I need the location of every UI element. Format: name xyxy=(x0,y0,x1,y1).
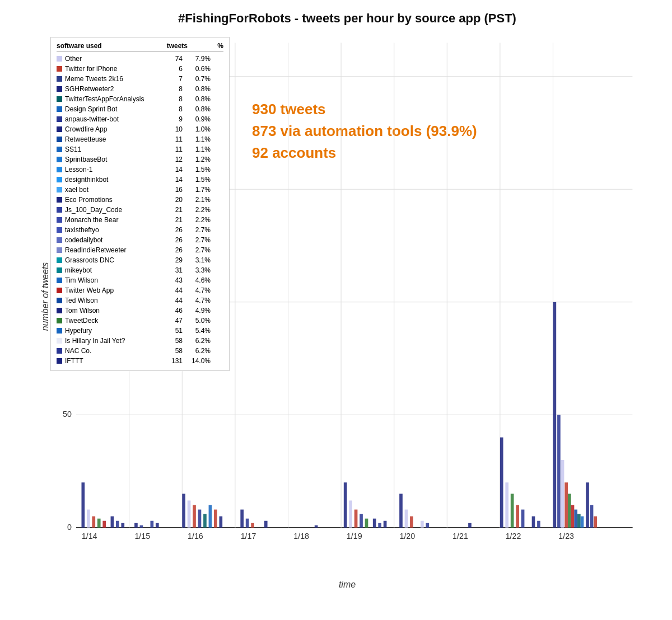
svg-rect-32 xyxy=(92,516,95,528)
svg-rect-34 xyxy=(102,521,106,528)
legend-item-pct: 2.1% xyxy=(183,195,211,205)
legend-item-name: Twitter for iPhone xyxy=(65,64,155,74)
legend-item-tweets: 8 xyxy=(155,94,183,104)
svg-rect-45 xyxy=(214,510,217,528)
svg-rect-42 xyxy=(198,510,202,528)
svg-rect-73 xyxy=(577,514,581,528)
svg-rect-63 xyxy=(511,494,514,527)
legend-col-tweets-header: tweets xyxy=(160,42,188,50)
legend-item: Ted Wilson 44 4.7% xyxy=(57,295,223,306)
legend-swatch xyxy=(57,338,62,344)
legend-item-name: Ted Wilson xyxy=(65,295,155,306)
legend-item: ReadIndieRetweeter 26 2.7% xyxy=(57,245,223,255)
svg-rect-66 xyxy=(553,302,557,528)
legend-item-tweets: 46 xyxy=(155,306,183,316)
legend-item-pct: 1.1% xyxy=(183,134,211,144)
legend-swatch xyxy=(57,298,62,303)
legend-item-tweets: 8 xyxy=(155,84,183,94)
legend-item-tweets: 7 xyxy=(155,74,183,84)
legend-item: Eco Promotions 20 2.1% xyxy=(57,195,223,205)
legend-item-name: Retweetteuse xyxy=(65,134,155,144)
legend-item-pct: 2.2% xyxy=(183,215,211,225)
legend-item-pct: 7.9% xyxy=(183,54,211,64)
legend-item-pct: 4.9% xyxy=(183,306,211,316)
legend-header: software used tweets % xyxy=(57,42,223,51)
legend-swatch xyxy=(57,197,62,203)
legend-swatch xyxy=(57,328,62,334)
svg-rect-70 xyxy=(568,494,571,527)
svg-rect-41 xyxy=(193,505,196,528)
legend-item-name: taxistheftyo xyxy=(65,225,155,235)
svg-rect-64 xyxy=(516,505,519,528)
legend-swatch xyxy=(57,207,62,213)
legend-swatch xyxy=(57,217,62,223)
legend-swatch xyxy=(57,137,62,142)
svg-text:1/19: 1/19 xyxy=(347,532,362,541)
legend-swatch xyxy=(57,177,62,182)
legend-item-pct: 0.8% xyxy=(183,104,211,114)
legend-item-pct: 4.6% xyxy=(183,275,211,285)
svg-rect-58 xyxy=(399,494,403,527)
svg-rect-87 xyxy=(537,521,540,528)
legend-item-tweets: 21 xyxy=(155,215,183,225)
legend-item-pct: 3.1% xyxy=(183,255,211,265)
legend-item: Js_100_Day_Code 21 2.2% xyxy=(57,205,223,215)
legend-swatch xyxy=(57,96,62,102)
legend-item: SprintbaseBot 12 1.2% xyxy=(57,154,223,165)
legend-item-tweets: 131 xyxy=(155,356,183,366)
legend-swatch xyxy=(57,288,62,293)
svg-rect-62 xyxy=(505,482,508,528)
svg-rect-76 xyxy=(590,505,594,528)
legend-item-name: ReadIndieRetweeter xyxy=(65,245,155,255)
legend-item: Other 74 7.9% xyxy=(57,54,223,64)
legend-item-tweets: 26 xyxy=(155,245,183,255)
legend-item-name: codedailybot xyxy=(65,235,155,245)
legend-item-name: Js_100_Day_Code xyxy=(65,205,155,215)
legend-item-tweets: 11 xyxy=(155,144,183,154)
svg-text:1/18: 1/18 xyxy=(293,532,309,541)
legend-item-pct: 0.8% xyxy=(183,94,211,104)
legend-item-pct: 5.4% xyxy=(183,326,211,336)
svg-rect-61 xyxy=(500,438,503,528)
legend-swatch xyxy=(57,318,62,323)
svg-text:1/14: 1/14 xyxy=(82,532,97,541)
legend-item: Twitter Web App 44 4.7% xyxy=(57,285,223,295)
legend-item: TwitterTestAppForAnalysis 8 0.8% xyxy=(57,94,223,104)
legend-item-name: Twitter Web App xyxy=(65,285,155,295)
legend-item-tweets: 44 xyxy=(155,285,183,295)
svg-rect-59 xyxy=(405,510,408,528)
svg-rect-54 xyxy=(360,514,363,528)
legend-item: Tom Wilson 46 4.9% xyxy=(57,306,223,316)
legend-swatch xyxy=(57,227,62,233)
svg-rect-31 xyxy=(87,510,90,528)
legend-swatch xyxy=(57,157,62,162)
legend-swatch xyxy=(57,106,62,112)
legend-item-pct: 2.2% xyxy=(183,205,211,215)
svg-rect-85 xyxy=(468,523,472,528)
svg-text:1/22: 1/22 xyxy=(506,532,521,541)
legend-item: Crowdfire App 10 1.0% xyxy=(57,124,223,134)
legend-item: Tim Wilson 43 4.6% xyxy=(57,275,223,285)
legend-rows: Other 74 7.9% Twitter for iPhone 6 0.6% … xyxy=(57,54,223,366)
svg-rect-67 xyxy=(557,415,561,528)
svg-rect-53 xyxy=(354,510,358,528)
legend-item-tweets: 26 xyxy=(155,235,183,245)
legend-swatch xyxy=(57,86,62,92)
chart-area: number of tweets time software used twee… xyxy=(45,31,650,562)
legend-item-name: xael bot xyxy=(65,185,155,195)
legend-item-name: Grassroots DNC xyxy=(65,255,155,265)
svg-rect-81 xyxy=(315,525,318,528)
legend-item-pct: 1.5% xyxy=(183,165,211,175)
svg-text:1/21: 1/21 xyxy=(452,532,468,541)
legend-swatch xyxy=(57,278,62,283)
legend-item-name: Tim Wilson xyxy=(65,275,155,285)
svg-rect-51 xyxy=(344,482,347,528)
svg-text:50: 50 xyxy=(63,410,72,419)
svg-rect-86 xyxy=(532,516,535,528)
legend-item-tweets: 29 xyxy=(155,255,183,265)
legend-item-name: Lesson-1 xyxy=(65,165,155,175)
svg-text:1/20: 1/20 xyxy=(399,532,415,541)
svg-rect-36 xyxy=(116,521,119,528)
svg-rect-77 xyxy=(594,516,597,528)
legend-item-tweets: 14 xyxy=(155,165,183,175)
